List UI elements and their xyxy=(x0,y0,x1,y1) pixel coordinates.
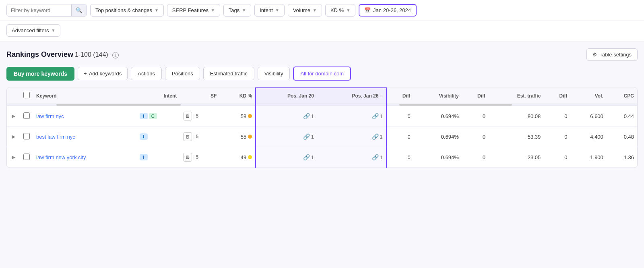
keyword-link[interactable]: best law firm nyc xyxy=(36,134,75,140)
est-traffic-cell: 80.08 xyxy=(489,106,544,127)
date-range-filter[interactable]: 📅 Jan 20-26, 2024 xyxy=(359,4,417,17)
volume-filter[interactable]: Volume ▼ xyxy=(288,4,322,17)
th-sf: SF xyxy=(180,88,220,104)
volume-label: Volume xyxy=(293,7,310,13)
kd-filter[interactable]: KD % ▼ xyxy=(325,4,355,17)
keyword-link[interactable]: law firm new york city xyxy=(36,154,86,160)
select-all-checkbox[interactable] xyxy=(23,92,30,98)
chain-icon: 🔗 xyxy=(303,133,310,140)
rankings-range: 1-100 (144) xyxy=(75,51,110,58)
th-diff2: Diff xyxy=(462,88,489,104)
visibility-cell: 0.694% xyxy=(414,106,462,127)
diff3-cell: 0 xyxy=(544,106,570,127)
table-body: ▶law firm nycIC🖼|558🔗 1🔗 100.694%080.080… xyxy=(7,106,637,168)
th-diff1: Diff xyxy=(386,88,414,104)
info-icon[interactable]: i xyxy=(112,52,119,58)
table-header-row: Keyword Intent SF KD % Pos. Jan 20 Pos. … xyxy=(7,88,637,104)
expand-row-button[interactable]: ▶ xyxy=(10,112,17,120)
cpc-cell: 0.44 xyxy=(607,106,637,127)
intent-label: Intent xyxy=(260,7,273,13)
keyword-filter[interactable]: 🔍 xyxy=(6,4,87,17)
est-traffic-cell: 23.05 xyxy=(489,147,544,168)
th-cpc: CPC xyxy=(607,88,637,104)
chevron-down-icon: ▼ xyxy=(346,8,350,12)
pos-jan20-value: 🔗 1 xyxy=(303,154,314,160)
th-intent: Intent xyxy=(136,88,180,104)
sf-image-icon: 🖼 xyxy=(183,132,192,141)
th-visibility: Visibility xyxy=(414,88,462,104)
actions-button[interactable]: Actions xyxy=(131,67,162,80)
sf-cell: 🖼|5 xyxy=(180,106,220,127)
tab-all-domain[interactable]: All for domain.com xyxy=(293,66,351,81)
advanced-filters-btn[interactable]: Advanced filters ▼ xyxy=(6,24,60,37)
cpc-cell: 1.36 xyxy=(607,147,637,168)
th-pos-jan20: Pos. Jan 20 xyxy=(256,88,317,104)
keyword-input[interactable] xyxy=(7,4,71,16)
pos-jan20-value: 🔗 1 xyxy=(303,133,314,140)
keyword-cell: best law firm nyc xyxy=(33,127,136,147)
intent-cell: IC xyxy=(136,106,180,127)
expand-cell: ▶ xyxy=(7,147,20,168)
plus-icon: + xyxy=(84,71,87,77)
tags-label: Tags xyxy=(229,7,239,13)
add-keywords-button[interactable]: + Add keywords xyxy=(78,67,128,80)
rankings-table: Keyword Intent SF KD % Pos. Jan 20 Pos. … xyxy=(7,87,637,168)
pos-jan26-cell: 🔗 1 xyxy=(317,127,386,147)
sf-cell: 🖼|5 xyxy=(180,147,220,168)
visibility-cell: 0.694% xyxy=(414,127,462,147)
calendar-icon: 📅 xyxy=(364,7,371,13)
row-checkbox-cell xyxy=(20,127,33,147)
row-checkbox-cell xyxy=(20,147,33,168)
kd-cell: 55 xyxy=(220,127,256,147)
serp-features-filter[interactable]: SERP Features ▼ xyxy=(167,4,220,17)
chevron-down-icon: ▼ xyxy=(52,28,56,33)
volume-cell: 6,600 xyxy=(571,106,607,127)
table-row: ▶law firm new york cityI🖼|549🔗 1🔗 100.69… xyxy=(7,147,637,168)
intent-badge-i: I xyxy=(140,154,148,160)
th-vol: Vol. xyxy=(571,88,607,104)
diff2-cell: 0 xyxy=(462,106,489,127)
sf-count: 5 xyxy=(196,113,198,119)
top-positions-filter[interactable]: Top positions & changes ▼ xyxy=(90,4,164,17)
actions-row: Buy more keywords + Add keywords Actions… xyxy=(6,66,638,81)
row-checkbox[interactable] xyxy=(23,133,30,139)
tab-estimated-traffic[interactable]: Estimated traffic xyxy=(203,67,254,80)
date-range-label: Jan 20-26, 2024 xyxy=(373,7,411,13)
intent-cell: I xyxy=(136,147,180,168)
rankings-table-container: Keyword Intent SF KD % Pos. Jan 20 Pos. … xyxy=(6,87,638,168)
row-checkbox[interactable] xyxy=(23,112,30,119)
kd-cell: 58 xyxy=(220,106,256,127)
table-settings-button[interactable]: ⚙ Table settings xyxy=(586,48,638,61)
row-checkbox[interactable] xyxy=(23,154,30,160)
est-traffic-cell: 53.39 xyxy=(489,127,544,147)
kd-value: 49 xyxy=(241,154,246,160)
expand-cell: ▶ xyxy=(7,127,20,147)
diff2-cell: 0 xyxy=(462,147,489,168)
intent-badge-i: I xyxy=(140,133,148,140)
intent-filter[interactable]: Intent ▼ xyxy=(254,4,284,17)
kd-difficulty-dot xyxy=(248,114,252,118)
chevron-down-icon: ▼ xyxy=(275,8,279,12)
expand-row-button[interactable]: ▶ xyxy=(10,133,17,140)
top-filter-bar: 🔍 Top positions & changes ▼ SERP Feature… xyxy=(0,0,644,42)
tab-visibility[interactable]: Visibility xyxy=(258,67,290,80)
th-checkbox xyxy=(20,88,33,104)
diff3-cell: 0 xyxy=(544,147,570,168)
kd-difficulty-dot xyxy=(248,155,252,159)
tags-filter[interactable]: Tags ▼ xyxy=(223,4,251,17)
tab-positions[interactable]: Positions xyxy=(165,67,200,80)
th-keyword: Keyword xyxy=(33,88,136,104)
search-button[interactable]: 🔍 xyxy=(71,4,87,16)
expand-row-button[interactable]: ▶ xyxy=(10,154,17,161)
gear-icon: ⚙ xyxy=(592,52,597,58)
diff1-cell: 0 xyxy=(386,147,414,168)
chevron-down-icon: ▼ xyxy=(211,8,215,12)
keyword-link[interactable]: law firm nyc xyxy=(36,113,64,119)
diff3-cell: 0 xyxy=(544,127,570,147)
th-kd: KD % xyxy=(220,88,256,104)
kd-difficulty-dot xyxy=(248,135,252,139)
diff1-cell: 0 xyxy=(386,127,414,147)
add-keywords-label: Add keywords xyxy=(89,71,122,77)
buy-keywords-button[interactable]: Buy more keywords xyxy=(6,67,74,81)
keyword-cell: law firm new york city xyxy=(33,147,136,168)
